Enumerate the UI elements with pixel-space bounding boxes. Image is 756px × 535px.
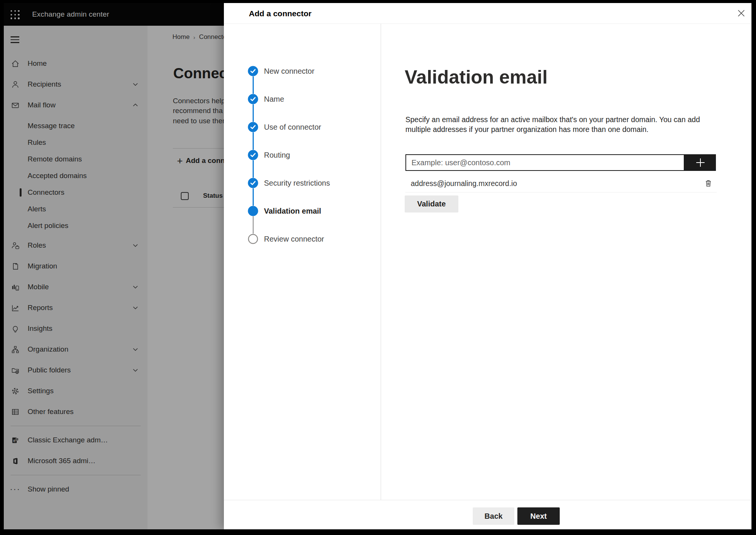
wizard-stepper: New connectorNameUse of connectorRouting… [224, 24, 380, 500]
plus-icon [695, 157, 706, 168]
next-button[interactable]: Next [517, 507, 560, 525]
step-label: Name [264, 95, 284, 104]
step-completed-check-icon [248, 150, 258, 160]
step-use-of-connector[interactable]: Use of connector [224, 113, 380, 141]
close-icon[interactable] [735, 7, 747, 19]
step-routing[interactable]: Routing [224, 141, 380, 169]
step-security-restrictions[interactable]: Security restrictions [224, 169, 380, 197]
address-value: address@journaling.mxrecord.io [411, 179, 517, 188]
back-button[interactable]: Back [473, 507, 514, 525]
step-label: Security restrictions [264, 179, 330, 188]
step-name[interactable]: Name [224, 85, 380, 113]
divider [224, 500, 751, 500]
trash-icon [703, 178, 713, 188]
email-address-input[interactable] [405, 154, 685, 171]
step-completed-check-icon [248, 122, 258, 132]
step-current-icon [248, 206, 258, 216]
step-completed-check-icon [248, 178, 258, 188]
validate-button[interactable]: Validate [405, 195, 458, 212]
address-row: address@journaling.mxrecord.io [405, 175, 717, 192]
step-completed-check-icon [248, 66, 258, 76]
step-validation-email[interactable]: Validation email [224, 197, 380, 225]
step-label: Review connector [264, 235, 324, 243]
step-content: Validation email Specify an email addres… [381, 24, 751, 500]
step-label: Validation email [264, 207, 321, 216]
step-new-connector[interactable]: New connector [224, 57, 380, 85]
add-address-button[interactable] [685, 154, 716, 171]
step-title: Validation email [405, 66, 548, 88]
step-todo-icon [248, 234, 258, 244]
step-label: Routing [264, 151, 290, 160]
address-list: address@journaling.mxrecord.io [405, 175, 717, 192]
flyout-header: Add a connector [224, 3, 751, 24]
step-completed-check-icon [248, 94, 258, 104]
add-connector-flyout: Add a connector New connectorNameUse of … [224, 3, 751, 529]
step-description: Specify an email address for an active m… [405, 115, 700, 134]
divider [405, 192, 717, 192]
step-review-connector[interactable]: Review connector [224, 225, 380, 253]
delete-address-button[interactable] [703, 178, 714, 189]
flyout-title: Add a connector [249, 3, 312, 24]
step-label: New connector [264, 67, 314, 76]
screen: Exchange admin center HomeRecipientsMail… [4, 3, 751, 529]
step-label: Use of connector [264, 123, 321, 132]
